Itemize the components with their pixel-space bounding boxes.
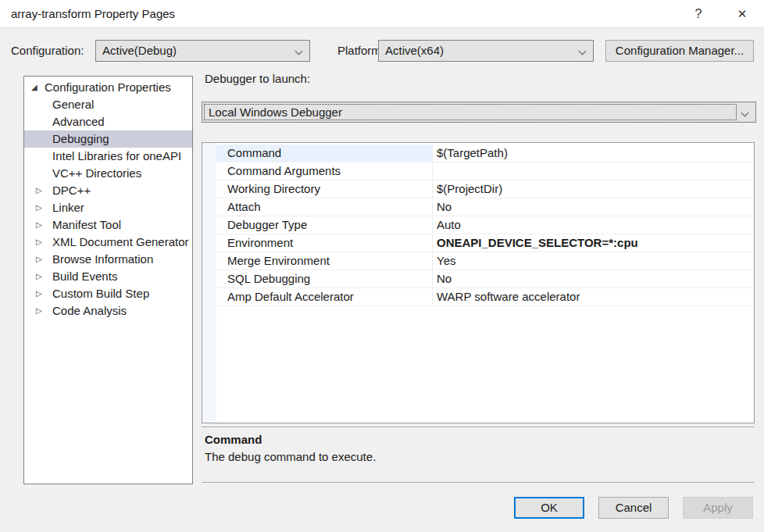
title-bar: array-transform Property Pages ? ✕ [0, 0, 764, 28]
property-name: Amp Default Accelerator [216, 288, 433, 305]
sidebar-item-label: VC++ Directories [52, 165, 141, 182]
sidebar-item-label: General [52, 96, 94, 113]
property-description-panel: Command The debug command to execute. [202, 427, 755, 483]
sidebar-item-code-analysis[interactable]: ▷ Code Analysis [24, 302, 192, 320]
property-value[interactable]: Yes [434, 252, 754, 270]
configuration-manager-button[interactable]: Configuration Manager... [605, 40, 754, 62]
apply-button: Apply [683, 497, 753, 519]
property-pages-dialog: array-transform Property Pages ? ✕ Confi… [0, 0, 764, 532]
property-name: Command Arguments [216, 162, 433, 180]
collapsed-arrow-icon[interactable]: ▷ [36, 285, 42, 302]
configuration-dropdown-value: Active(Debug) [102, 41, 287, 61]
close-icon[interactable]: ✕ [727, 0, 758, 28]
configuration-label: Configuration: [11, 40, 84, 62]
property-value[interactable]: No [434, 198, 754, 216]
platform-label: Platform: [337, 40, 384, 62]
platform-dropdown-value: Active(x64) [385, 41, 571, 61]
sidebar-item-label: Browse Information [52, 251, 153, 268]
sidebar-item-label: Linker [52, 199, 84, 216]
sidebar-item-label: Advanced [52, 113, 105, 130]
property-name: Debugger Type [216, 216, 433, 234]
sidebar-item-label: Debugging [52, 130, 109, 148]
description-title: Command [205, 433, 262, 446]
sidebar-item-custom-build-step[interactable]: ▷ Custom Build Step [24, 285, 192, 302]
chevron-down-icon [579, 48, 587, 55]
sidebar-item-linker[interactable]: ▷ Linker [24, 199, 192, 216]
collapsed-arrow-icon[interactable]: ▷ [36, 199, 42, 216]
property-value[interactable]: Auto [434, 216, 754, 234]
configuration-tree: ◢ Configuration Properties General Advan… [23, 76, 193, 484]
property-name: SQL Debugging [216, 270, 433, 287]
chevron-down-icon [741, 109, 749, 117]
configuration-dropdown[interactable]: Active(Debug) [95, 40, 310, 62]
property-value[interactable]: $(TargetPath) [434, 145, 754, 162]
property-value[interactable]: $(ProjectDir) [434, 180, 754, 198]
property-row-working-directory[interactable]: Working Directory $(ProjectDir) [216, 180, 754, 198]
help-icon[interactable]: ? [683, 0, 714, 28]
collapsed-arrow-icon[interactable]: ▷ [36, 302, 42, 320]
sidebar-item-label: Intel Libraries for oneAPI [52, 148, 181, 165]
chevron-down-icon [295, 48, 303, 55]
property-grid: Command $(TargetPath) Command Arguments … [202, 142, 755, 423]
collapsed-arrow-icon[interactable]: ▷ [36, 182, 42, 199]
property-name: Merge Environment [216, 252, 433, 270]
window-title: array-transform Property Pages [11, 0, 175, 28]
sidebar-item-configuration-properties[interactable]: ◢ Configuration Properties [24, 79, 192, 96]
sidebar-item-label: Build Events [52, 268, 117, 285]
property-row-debugger-type[interactable]: Debugger Type Auto [216, 216, 754, 234]
sidebar-item-general[interactable]: General [24, 96, 192, 113]
property-row-attach[interactable]: Attach No [216, 198, 754, 216]
debugger-dropdown-value: Local Windows Debugger [209, 102, 734, 122]
property-row-command-arguments[interactable]: Command Arguments [216, 162, 754, 180]
ok-button[interactable]: OK [514, 497, 584, 519]
sidebar-item-build-events[interactable]: ▷ Build Events [24, 268, 192, 285]
property-row-amp-default-accelerator[interactable]: Amp Default Accelerator WARP software ac… [216, 288, 754, 306]
expanded-arrow-icon[interactable]: ◢ [31, 79, 37, 96]
property-name: Working Directory [216, 180, 433, 198]
sidebar-item-xml-document-generator[interactable]: ▷ XML Document Generator [24, 234, 192, 251]
sidebar-item-intel-libraries-for-oneapi[interactable]: Intel Libraries for oneAPI [24, 148, 192, 165]
sidebar-item-vcpp-directories[interactable]: VC++ Directories [24, 165, 192, 182]
property-row-merge-environment[interactable]: Merge Environment Yes [216, 252, 754, 270]
property-row-command[interactable]: Command $(TargetPath) [216, 145, 754, 162]
debugger-to-launch-label: Debugger to launch: [205, 72, 310, 87]
property-row-environment[interactable]: Environment ONEAPI_DEVICE_SELECTOR=*:cpu [216, 234, 754, 252]
property-name: Command [216, 145, 433, 162]
debugger-dropdown[interactable]: Local Windows Debugger [202, 102, 756, 123]
property-value[interactable]: ONEAPI_DEVICE_SELECTOR=*:cpu [434, 234, 754, 252]
property-row-sql-debugging[interactable]: SQL Debugging No [216, 270, 754, 288]
sidebar-item-label: XML Document Generator [52, 234, 189, 251]
sidebar-item-label: DPC++ [52, 182, 91, 199]
property-value[interactable]: No [434, 270, 754, 287]
property-value[interactable] [434, 162, 754, 180]
collapsed-arrow-icon[interactable]: ▷ [36, 216, 42, 234]
property-name: Attach [216, 198, 433, 216]
sidebar-item-label: Manifest Tool [52, 216, 121, 234]
sidebar-item-label: Configuration Properties [45, 79, 171, 96]
sidebar-item-advanced[interactable]: Advanced [24, 113, 192, 130]
sidebar-item-manifest-tool[interactable]: ▷ Manifest Tool [24, 216, 192, 234]
cancel-button[interactable]: Cancel [598, 497, 669, 519]
sidebar-item-debugging[interactable]: Debugging [24, 130, 192, 148]
sidebar-item-label: Custom Build Step [52, 285, 149, 302]
sidebar-item-browse-information[interactable]: ▷ Browse Information [24, 251, 192, 268]
collapsed-arrow-icon[interactable]: ▷ [36, 251, 42, 268]
sidebar-item-dpcpp[interactable]: ▷ DPC++ [24, 182, 192, 199]
platform-dropdown[interactable]: Active(x64) [378, 40, 594, 62]
property-value[interactable]: WARP software accelerator [434, 288, 754, 305]
description-text: The debug command to execute. [205, 450, 376, 463]
collapsed-arrow-icon[interactable]: ▷ [36, 268, 42, 285]
collapsed-arrow-icon[interactable]: ▷ [36, 234, 42, 251]
property-grid-gutter [202, 143, 216, 423]
sidebar-item-label: Code Analysis [52, 302, 127, 320]
property-name: Environment [216, 234, 433, 252]
